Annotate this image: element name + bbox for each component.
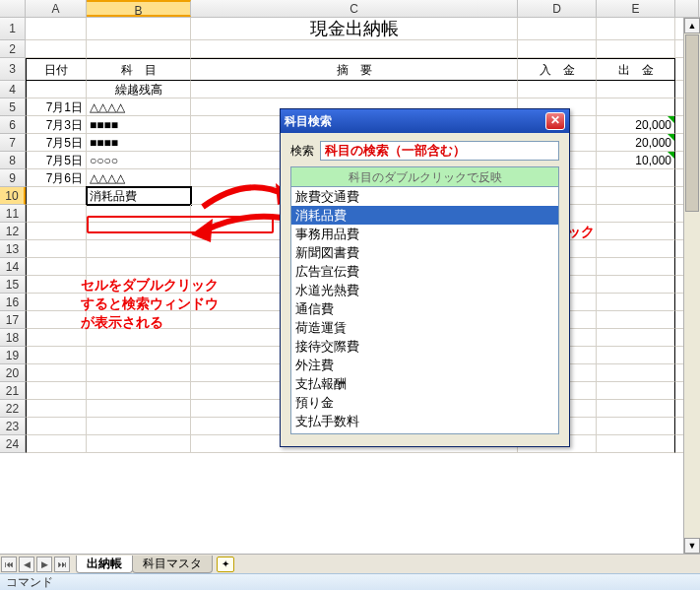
row-header[interactable]: 10: [0, 187, 26, 205]
cell[interactable]: [26, 223, 87, 240]
list-item[interactable]: 支払報酬: [291, 374, 558, 393]
col-header-A[interactable]: A: [26, 0, 87, 17]
cell[interactable]: [87, 311, 191, 329]
close-icon[interactable]: ✕: [545, 112, 565, 130]
cell[interactable]: [87, 18, 191, 40]
cell[interactable]: ○○○○: [87, 152, 191, 169]
row-header[interactable]: 6: [0, 116, 26, 134]
row-header[interactable]: 17: [0, 311, 26, 329]
cell[interactable]: [26, 240, 87, 258]
cell[interactable]: [26, 258, 87, 276]
list-item[interactable]: 水道光熱費: [291, 281, 558, 299]
row-header[interactable]: 20: [0, 364, 26, 382]
cell[interactable]: [87, 205, 191, 223]
cell[interactable]: [87, 258, 191, 276]
account-listbox[interactable]: 旅費交通費消耗品費事務用品費新聞図書費広告宣伝費水道光熱費通信費荷造運賃接待交際…: [290, 186, 559, 434]
cell[interactable]: 科 目: [87, 58, 191, 81]
cell[interactable]: [597, 223, 675, 240]
cell[interactable]: [597, 81, 675, 98]
list-item[interactable]: 新聞図書費: [291, 243, 558, 262]
cell[interactable]: [26, 205, 87, 223]
cell[interactable]: [597, 364, 675, 382]
row-header[interactable]: 12: [0, 223, 26, 240]
cell[interactable]: [26, 18, 87, 40]
cell[interactable]: [87, 382, 191, 400]
cell[interactable]: [191, 81, 518, 98]
cell[interactable]: [597, 435, 675, 453]
cell[interactable]: [518, 18, 597, 40]
cell[interactable]: [597, 276, 675, 294]
cell[interactable]: [597, 329, 675, 347]
cell[interactable]: 消耗品費: [87, 187, 191, 205]
cell[interactable]: [87, 364, 191, 382]
list-item[interactable]: 通信費: [291, 299, 558, 318]
select-all-corner[interactable]: [0, 0, 26, 17]
row-header[interactable]: 13: [0, 240, 26, 258]
tab-nav-next-icon[interactable]: ▶: [36, 557, 52, 572]
cell[interactable]: 20,000: [597, 116, 675, 134]
cell[interactable]: [597, 169, 675, 187]
sheet-tab-other[interactable]: 科目マスタ: [132, 556, 213, 573]
dialog-titlebar[interactable]: 科目検索 ✕: [281, 109, 569, 133]
cell[interactable]: [26, 347, 87, 364]
cell[interactable]: 7月3日: [26, 116, 87, 134]
col-header-C[interactable]: C: [191, 0, 518, 17]
cell[interactable]: [87, 347, 191, 364]
cell[interactable]: [597, 400, 675, 418]
cell[interactable]: [597, 294, 675, 311]
cell[interactable]: 現金出納帳: [191, 18, 518, 40]
row-header[interactable]: 15: [0, 276, 26, 294]
row-header[interactable]: 1: [0, 18, 26, 40]
cell[interactable]: 繰越残高: [87, 81, 191, 98]
cell[interactable]: [26, 364, 87, 382]
cell[interactable]: [597, 418, 675, 435]
cell[interactable]: [26, 435, 87, 453]
cell[interactable]: [597, 40, 675, 58]
cell[interactable]: [87, 400, 191, 418]
row-header[interactable]: 23: [0, 418, 26, 435]
list-item[interactable]: 消耗品費: [291, 206, 558, 225]
vertical-scrollbar[interactable]: ▲ ▼: [683, 18, 700, 554]
list-item[interactable]: 預り金: [291, 393, 558, 412]
cell[interactable]: 入 金: [518, 58, 597, 81]
list-item[interactable]: 接待交際費: [291, 337, 558, 356]
cell[interactable]: [597, 347, 675, 364]
cell[interactable]: 7月6日: [26, 169, 87, 187]
cell[interactable]: [597, 98, 675, 116]
cell[interactable]: 摘 要: [191, 58, 518, 81]
cell[interactable]: [26, 294, 87, 311]
cell[interactable]: 日付: [26, 58, 87, 81]
cell[interactable]: [597, 187, 675, 205]
row-header[interactable]: 18: [0, 329, 26, 347]
cell[interactable]: 20,000: [597, 134, 675, 152]
col-header-D[interactable]: D: [518, 0, 597, 17]
cell[interactable]: 7月5日: [26, 152, 87, 169]
row-header[interactable]: 7: [0, 134, 26, 152]
cell[interactable]: [518, 40, 597, 58]
cell[interactable]: [87, 294, 191, 311]
scroll-up-icon[interactable]: ▲: [684, 18, 700, 33]
tab-nav-first-icon[interactable]: ⏮: [1, 557, 17, 572]
cell[interactable]: [597, 311, 675, 329]
list-item[interactable]: 支払手数料: [291, 412, 558, 430]
row-header[interactable]: 21: [0, 382, 26, 400]
cell[interactable]: [87, 276, 191, 294]
row-header[interactable]: 5: [0, 98, 26, 116]
cell[interactable]: [87, 435, 191, 453]
tab-nav-last-icon[interactable]: ⏭: [54, 557, 70, 572]
cell[interactable]: [26, 276, 87, 294]
cell[interactable]: [87, 240, 191, 258]
cell[interactable]: [597, 240, 675, 258]
list-item[interactable]: 旅費交通費: [291, 187, 558, 206]
tab-nav-prev-icon[interactable]: ◀: [19, 557, 34, 572]
cell[interactable]: [26, 418, 87, 435]
cell[interactable]: [87, 40, 191, 58]
cell[interactable]: [597, 382, 675, 400]
cell[interactable]: [26, 400, 87, 418]
row-header[interactable]: 11: [0, 205, 26, 223]
cell[interactable]: 7月5日: [26, 134, 87, 152]
search-input[interactable]: [320, 141, 559, 161]
cell[interactable]: [87, 223, 191, 240]
cell[interactable]: [191, 40, 518, 58]
row-header[interactable]: 24: [0, 435, 26, 453]
